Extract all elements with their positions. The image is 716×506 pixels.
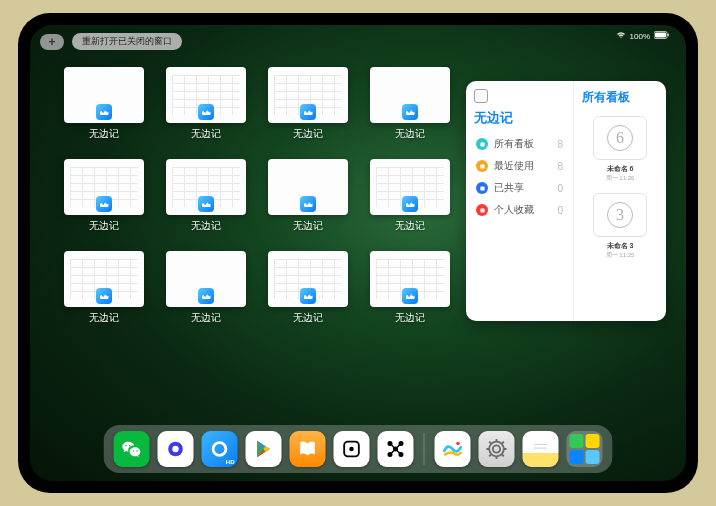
sidebar-item-label: 已共享 bbox=[494, 181, 524, 195]
reopen-closed-window-button[interactable]: 重新打开已关闭的窗口 bbox=[72, 33, 182, 50]
svg-line-19 bbox=[390, 449, 396, 455]
window-thumbnail bbox=[166, 159, 246, 215]
svg-point-11 bbox=[349, 447, 354, 452]
freeform-badge-icon bbox=[300, 104, 316, 120]
svg-line-17 bbox=[390, 444, 396, 450]
board-item[interactable]: 6未命名 6周一 11:26 bbox=[585, 116, 655, 183]
freeform-badge-icon bbox=[300, 288, 316, 304]
mesh-app-icon[interactable] bbox=[378, 431, 414, 467]
window-thumbnail bbox=[166, 251, 246, 307]
popover-section-title: 所有看板 bbox=[582, 89, 630, 106]
category-dot-icon bbox=[476, 160, 488, 172]
app-window[interactable]: 无边记 bbox=[370, 67, 450, 141]
playstore-icon[interactable] bbox=[246, 431, 282, 467]
sidebar-item-label: 所有看板 bbox=[494, 137, 534, 151]
svg-line-31 bbox=[502, 442, 504, 444]
board-date: 周一 11:26 bbox=[606, 174, 635, 183]
ipad-frame: 100% + 重新打开已关闭的窗口 无边记无边记无边记无边记无边记无边记无边记无… bbox=[18, 13, 698, 493]
dock: HD bbox=[104, 425, 613, 473]
svg-rect-5 bbox=[480, 186, 484, 190]
freeform-badge-icon bbox=[300, 196, 316, 212]
books-icon[interactable] bbox=[290, 431, 326, 467]
category-dot-icon bbox=[476, 138, 488, 150]
dock-separator bbox=[424, 433, 425, 465]
battery-label: 100% bbox=[630, 32, 650, 41]
sidebar-item[interactable]: 最近使用8 bbox=[474, 155, 565, 177]
board-item[interactable]: 3未命名 3周一 11:25 bbox=[585, 193, 655, 260]
sidebar-item[interactable]: 所有看板8 bbox=[474, 133, 565, 155]
freeform-badge-icon bbox=[402, 104, 418, 120]
window-thumbnail bbox=[268, 67, 348, 123]
popover-sidebar: 无边记 所有看板8最近使用8已共享0个人收藏0 bbox=[466, 81, 574, 321]
popover-content: 所有看板 6未命名 6周一 11:263未命名 3周一 11:25 bbox=[574, 81, 666, 321]
sidebar-item-label: 最近使用 bbox=[494, 159, 534, 173]
notes-icon[interactable] bbox=[523, 431, 559, 467]
svg-rect-2 bbox=[668, 34, 670, 37]
svg-rect-1 bbox=[655, 33, 666, 38]
window-label: 无边记 bbox=[293, 127, 323, 141]
app-window[interactable]: 无边记 bbox=[166, 159, 246, 233]
sidebar-item[interactable]: 个人收藏0 bbox=[474, 199, 565, 221]
board-date: 周一 11:25 bbox=[606, 251, 635, 260]
freeform-icon[interactable] bbox=[435, 431, 471, 467]
app-window[interactable]: 无边记 bbox=[166, 67, 246, 141]
window-thumbnail bbox=[64, 251, 144, 307]
window-label: 无边记 bbox=[293, 219, 323, 233]
freeform-popover[interactable]: ••• 无边记 所有看板8最近使用8已共享0个人收藏0 所有看板 6未命名 6周… bbox=[466, 81, 666, 321]
svg-rect-6 bbox=[480, 208, 484, 212]
window-label: 无边记 bbox=[191, 219, 221, 233]
app-switcher-grid: 无边记无边记无边记无边记无边记无边记无边记无边记无边记无边记无边记无边记 bbox=[64, 67, 450, 325]
freeform-badge-icon bbox=[402, 196, 418, 212]
freeform-badge-icon bbox=[96, 288, 112, 304]
app-window[interactable]: 无边记 bbox=[268, 159, 348, 233]
svg-rect-3 bbox=[480, 142, 484, 146]
add-window-button[interactable]: + bbox=[40, 34, 64, 50]
sidebar-item[interactable]: 已共享0 bbox=[474, 177, 565, 199]
sidebar-item-count: 0 bbox=[557, 205, 563, 216]
freeform-badge-icon bbox=[96, 104, 112, 120]
sidebar-item-label: 个人收藏 bbox=[494, 203, 534, 217]
app-window[interactable]: 无边记 bbox=[64, 67, 144, 141]
window-thumbnail bbox=[268, 251, 348, 307]
app-window[interactable]: 无边记 bbox=[64, 159, 144, 233]
window-label: 无边记 bbox=[395, 311, 425, 325]
window-label: 无边记 bbox=[191, 311, 221, 325]
sidebar-item-count: 8 bbox=[557, 139, 563, 150]
app-window[interactable]: 无边记 bbox=[268, 251, 348, 325]
svg-line-28 bbox=[489, 442, 491, 444]
battery-icon bbox=[654, 31, 670, 41]
window-label: 无边记 bbox=[89, 311, 119, 325]
window-thumbnail bbox=[370, 67, 450, 123]
app-window[interactable]: 无边记 bbox=[370, 159, 450, 233]
freeform-badge-icon bbox=[198, 196, 214, 212]
settings-icon[interactable] bbox=[479, 431, 515, 467]
qq-browser-icon[interactable]: HD bbox=[202, 431, 238, 467]
svg-point-22 bbox=[489, 442, 504, 457]
window-thumbnail bbox=[64, 67, 144, 123]
window-label: 无边记 bbox=[89, 219, 119, 233]
topbar: + 重新打开已关闭的窗口 bbox=[40, 33, 182, 50]
wechat-icon[interactable] bbox=[114, 431, 150, 467]
app-window-icon bbox=[474, 89, 488, 103]
app-window[interactable]: 无边记 bbox=[370, 251, 450, 325]
app-window[interactable]: 无边记 bbox=[64, 251, 144, 325]
freeform-badge-icon bbox=[198, 288, 214, 304]
app-window[interactable]: 无边记 bbox=[268, 67, 348, 141]
category-dot-icon bbox=[476, 204, 488, 216]
board-preview: 3 bbox=[593, 193, 647, 237]
category-dot-icon bbox=[476, 182, 488, 194]
svg-line-29 bbox=[502, 455, 504, 457]
svg-point-21 bbox=[456, 442, 460, 446]
svg-point-9 bbox=[213, 443, 226, 456]
app-library-icon[interactable] bbox=[567, 431, 603, 467]
sidebar-item-count: 8 bbox=[557, 161, 563, 172]
board-name: 未命名 6 bbox=[607, 164, 634, 174]
svg-point-23 bbox=[493, 445, 500, 452]
quark-icon[interactable] bbox=[158, 431, 194, 467]
screen: 100% + 重新打开已关闭的窗口 无边记无边记无边记无边记无边记无边记无边记无… bbox=[30, 25, 686, 481]
app-window[interactable]: 无边记 bbox=[166, 251, 246, 325]
window-thumbnail bbox=[370, 159, 450, 215]
scribble-icon: 6 bbox=[607, 125, 633, 151]
dice-app-icon[interactable] bbox=[334, 431, 370, 467]
svg-line-18 bbox=[396, 444, 402, 450]
